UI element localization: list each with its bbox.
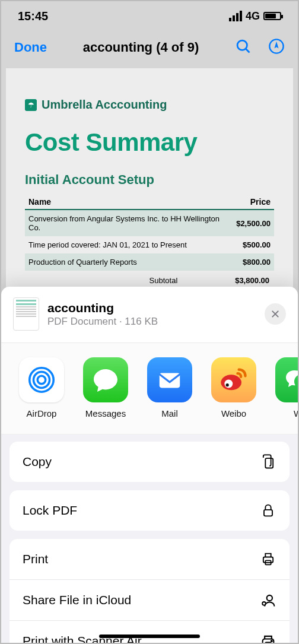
search-icon[interactable] xyxy=(235,38,252,57)
row-price: $2,500.00 xyxy=(233,210,274,236)
share-weibo[interactable]: Weibo xyxy=(210,357,257,418)
share-label: Weibo xyxy=(221,408,246,418)
markup-icon[interactable] xyxy=(268,38,285,57)
action-label: Lock PDF xyxy=(23,503,77,518)
brand-logo-icon: ☂ xyxy=(25,99,37,111)
wechat-icon xyxy=(275,357,298,402)
action-lock-pdf[interactable]: Lock PDF xyxy=(9,490,290,531)
svg-point-14 xyxy=(267,595,272,601)
col-name: Name xyxy=(25,195,233,210)
share-apps-row[interactable]: AirDrop Messages Mail Weibo xyxy=(1,343,298,434)
action-label: Copy xyxy=(23,455,52,469)
action-print[interactable]: Print xyxy=(9,539,290,579)
svg-point-3 xyxy=(37,376,46,384)
row-price: $500.00 xyxy=(233,236,274,253)
share-airdrop[interactable]: AirDrop xyxy=(18,357,65,418)
table-row: Time period covered: JAN 01, 2021 to Pre… xyxy=(25,236,274,253)
share-label: Messages xyxy=(85,408,126,418)
doc-subheading: Initial Account Setup xyxy=(25,172,274,188)
close-icon xyxy=(271,309,280,319)
brand-name: Umbrella Acccounting xyxy=(42,98,167,112)
weibo-icon xyxy=(211,357,256,402)
svg-rect-10 xyxy=(265,458,273,468)
action-share-icloud[interactable]: Share File in iCloud xyxy=(9,579,290,620)
signal-icon xyxy=(229,11,242,21)
svg-rect-12 xyxy=(263,557,273,563)
svg-point-9 xyxy=(226,383,229,386)
svg-point-8 xyxy=(224,380,233,388)
document-page: ☂ Umbrella Acccounting Cost Summary Init… xyxy=(6,68,293,323)
share-label: W xyxy=(294,408,298,418)
share-sheet: accounting PDF Document · 116 KB AirDrop… xyxy=(1,287,298,643)
cost-table: Name Price Conversion from Angular Syste… xyxy=(25,195,274,271)
network-label: 4G xyxy=(246,10,260,23)
close-button[interactable] xyxy=(265,303,286,325)
share-title: accounting xyxy=(47,300,158,315)
document-thumbnail-icon xyxy=(13,297,39,331)
person-add-icon xyxy=(260,592,276,608)
share-mail[interactable]: Mail xyxy=(146,357,193,418)
row-name: Conversion from Angular Systems Inc. to … xyxy=(25,210,233,236)
lock-icon xyxy=(260,502,276,519)
airdrop-icon xyxy=(19,357,64,402)
svg-point-0 xyxy=(237,40,247,50)
mail-icon xyxy=(147,357,192,402)
svg-line-1 xyxy=(246,49,249,52)
share-wechat[interactable]: W xyxy=(274,357,298,418)
status-bar: 15:45 4G xyxy=(1,1,298,31)
row-name: Time period covered: JAN 01, 2021 to Pre… xyxy=(25,236,233,253)
print-icon xyxy=(260,551,276,567)
battery-icon xyxy=(263,12,281,20)
svg-rect-17 xyxy=(265,642,271,643)
done-button[interactable]: Done xyxy=(14,40,47,55)
share-messages[interactable]: Messages xyxy=(82,357,129,418)
action-copy[interactable]: Copy xyxy=(9,442,290,482)
table-row: Production of Quarterly Reports $800.00 xyxy=(25,253,274,271)
svg-rect-6 xyxy=(160,373,180,388)
messages-icon xyxy=(83,357,128,402)
col-price: Price xyxy=(233,195,274,210)
row-price: $800.00 xyxy=(233,253,274,271)
table-row: Conversion from Angular Systems Inc. to … xyxy=(25,210,274,236)
share-actions[interactable]: Copy Lock PDF Print Share File in iCloud xyxy=(1,434,298,643)
svg-point-4 xyxy=(34,372,50,388)
nav-bar: Done accounting (4 of 9) xyxy=(1,31,298,64)
printer-icon xyxy=(260,633,276,643)
action-label: Share File in iCloud xyxy=(23,593,131,607)
share-label: AirDrop xyxy=(27,408,57,418)
share-label: Mail xyxy=(161,408,178,418)
copy-icon xyxy=(260,453,276,470)
svg-rect-11 xyxy=(264,510,272,516)
svg-point-18 xyxy=(271,640,272,642)
share-subtitle: PDF Document · 116 KB xyxy=(47,316,158,328)
row-name: Production of Quarterly Reports xyxy=(25,253,233,271)
action-print-scanner-air[interactable]: Print with Scanner Air xyxy=(9,620,290,643)
action-label: Print xyxy=(23,552,48,566)
share-sheet-header: accounting PDF Document · 116 KB xyxy=(1,287,298,343)
status-right: 4G xyxy=(229,10,281,23)
status-time: 15:45 xyxy=(18,9,48,23)
page-title: accounting (4 of 9) xyxy=(83,40,199,55)
doc-heading: Cost Summary xyxy=(25,128,274,157)
home-indicator[interactable] xyxy=(99,635,200,638)
